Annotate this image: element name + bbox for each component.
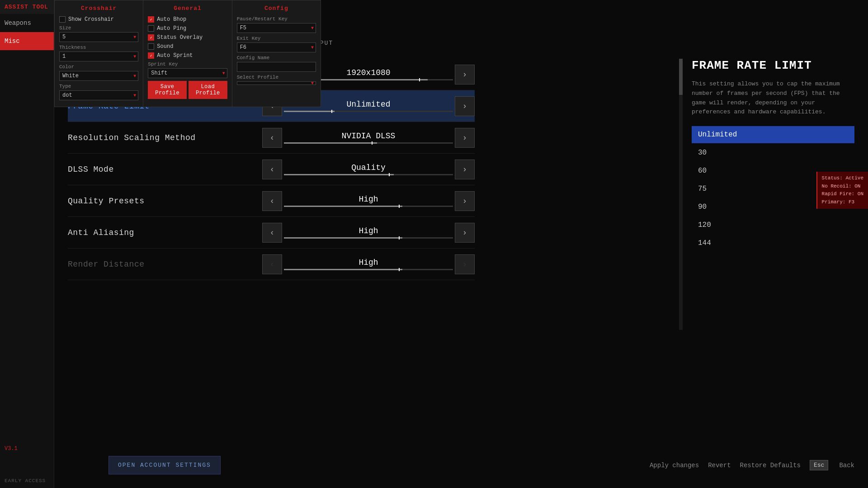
setting-name-5: Anti Aliasing: [68, 228, 262, 237]
color-dropdown[interactable]: White ▼: [59, 71, 138, 81]
status-line4: Primary: F3: [822, 198, 863, 206]
pause-restart-section: Pause/Restart Key F5 ▼: [237, 16, 316, 33]
nav-right-5[interactable]: ›: [455, 223, 475, 243]
status-overlay: Status: Active No Recoil: ON Rapid Fire:…: [816, 172, 868, 209]
auto-sprint-row[interactable]: Auto Sprint: [148, 52, 227, 59]
setting-row-5[interactable]: Anti Aliasing‹High›: [68, 217, 475, 249]
auto-ping-checkbox[interactable]: [148, 25, 154, 32]
nav-right-6[interactable]: ›: [455, 254, 475, 274]
thickness-dropdown-arrow: ▼: [133, 54, 136, 59]
nav-right-1[interactable]: ›: [455, 96, 475, 116]
nav-right-2[interactable]: ›: [455, 128, 475, 148]
nav-left-5[interactable]: ‹: [262, 223, 282, 243]
auto-sprint-checkbox[interactable]: [148, 52, 154, 59]
show-crosshair-label: Show Crosshair: [68, 16, 114, 23]
value-text-6: High: [284, 258, 453, 267]
exit-key-dropdown[interactable]: F6 ▼: [237, 42, 316, 52]
exit-key-label: Exit Key: [237, 36, 316, 41]
load-profile-button[interactable]: Load Profile: [189, 81, 227, 99]
nav-left-2[interactable]: ‹: [262, 128, 282, 148]
progress-bar-3: [284, 174, 453, 175]
pause-restart-label: Pause/Restart Key: [237, 16, 316, 22]
color-label: Color: [59, 64, 138, 70]
select-profile-label: Select Profile: [237, 75, 316, 80]
setting-name-3: DLSS Mode: [68, 165, 262, 174]
progress-bar-5: [284, 237, 453, 239]
sidebar: ASSIST TOOL Weapons Misc V3.1 EARLY ACCE…: [0, 0, 54, 488]
type-dropdown[interactable]: dot ▼: [59, 90, 138, 100]
value-text-4: High: [284, 195, 453, 204]
auto-ping-label: Auto Ping: [157, 25, 186, 32]
status-line2: No Recoil: ON: [822, 183, 863, 191]
value-bar-6: High: [284, 254, 453, 274]
esc-badge: Esc: [810, 460, 828, 470]
setting-row-2[interactable]: Resolution Scaling Method‹NVIDIA DLSS›: [68, 122, 475, 154]
color-dropdown-arrow: ▼: [133, 74, 136, 79]
overlay-panel: Crosshair Show Crosshair Size 5 ▼ Thickn…: [54, 0, 321, 107]
open-account-button[interactable]: OPEN ACCOUNT SETTINGS: [108, 456, 221, 474]
sidebar-item-misc[interactable]: Misc: [0, 32, 54, 50]
thickness-dropdown[interactable]: 1 ▼: [59, 52, 138, 61]
exit-key-arrow: ▼: [311, 45, 314, 50]
status-overlay-row[interactable]: Status Overlay: [148, 34, 227, 41]
value-bar-5: High: [284, 223, 453, 243]
scrollbar-track[interactable]: [679, 59, 683, 330]
option-item-5[interactable]: 120: [692, 216, 854, 234]
config-title: Config: [237, 5, 316, 12]
option-item-1[interactable]: 30: [692, 144, 854, 161]
config-panel: Config Pause/Restart Key F5 ▼ Exit Key F…: [232, 0, 321, 107]
size-dropdown[interactable]: 5 ▼: [59, 32, 138, 42]
progress-bar-1: [284, 111, 453, 112]
setting-name-6: Render Distance: [68, 260, 262, 269]
sound-row[interactable]: Sound: [148, 43, 227, 50]
show-crosshair-row[interactable]: Show Crosshair: [59, 16, 138, 23]
size-label: Size: [59, 25, 138, 31]
sprint-key-dropdown[interactable]: Shift ▼: [148, 68, 227, 78]
value-text-3: Quality: [284, 163, 453, 172]
setting-row-3[interactable]: DLSS Mode‹Quality›: [68, 154, 475, 185]
exit-key-section: Exit Key F6 ▼: [237, 36, 316, 52]
auto-bhop-row[interactable]: Auto Bhop: [148, 16, 227, 23]
type-dropdown-arrow: ▼: [133, 93, 136, 98]
progress-bar-2: [284, 142, 453, 144]
setting-row-4[interactable]: Quality Presets‹High›: [68, 185, 475, 217]
nav-left-3[interactable]: ‹: [262, 160, 282, 179]
nav-left-4[interactable]: ‹: [262, 191, 282, 211]
pause-restart-dropdown[interactable]: F5 ▼: [237, 23, 316, 33]
option-item-6[interactable]: 144: [692, 235, 854, 252]
select-profile-dropdown[interactable]: ▼: [237, 81, 316, 85]
value-bar-4: High: [284, 191, 453, 211]
restore-defaults-button[interactable]: Restore Defaults: [740, 462, 801, 469]
sound-checkbox[interactable]: [148, 43, 154, 50]
value-text-2: NVIDIA DLSS: [284, 131, 453, 141]
value-text-5: High: [284, 226, 453, 235]
apply-changes-button[interactable]: Apply changes: [650, 462, 699, 469]
info-title: FRAME RATE LIMIT: [692, 59, 854, 72]
type-label: Type: [59, 84, 138, 89]
size-dropdown-arrow: ▼: [133, 35, 136, 40]
nav-right-4[interactable]: ›: [455, 191, 475, 211]
status-overlay-checkbox[interactable]: [148, 34, 154, 41]
sidebar-item-weapons[interactable]: Weapons: [0, 14, 54, 32]
scrollbar-thumb[interactable]: [679, 59, 683, 95]
value-bar-2: NVIDIA DLSS: [284, 128, 453, 148]
setting-row-6[interactable]: Render Distance‹High›: [68, 249, 475, 280]
back-button[interactable]: Back: [839, 462, 854, 469]
save-profile-button[interactable]: Save Profile: [148, 81, 187, 99]
revert-button[interactable]: Revert: [708, 462, 731, 469]
auto-ping-row[interactable]: Auto Ping: [148, 25, 227, 32]
nav-right-0[interactable]: ›: [455, 65, 475, 84]
auto-bhop-checkbox[interactable]: [148, 16, 154, 23]
sprint-key-dropdown-arrow: ▼: [222, 71, 225, 76]
show-crosshair-checkbox[interactable]: [59, 16, 66, 23]
config-name-input[interactable]: [237, 62, 316, 72]
general-title: General: [148, 5, 227, 12]
nav-left-6[interactable]: ‹: [262, 254, 282, 274]
option-item-0[interactable]: Unlimited: [692, 126, 854, 143]
value-bar-3: Quality: [284, 160, 453, 179]
nav-right-3[interactable]: ›: [455, 160, 475, 179]
bottom-bar: OPEN ACCOUNT SETTINGS Apply changes Reve…: [108, 456, 854, 474]
setting-name-2: Resolution Scaling Method: [68, 133, 262, 142]
crosshair-title: Crosshair: [59, 5, 138, 12]
status-overlay-label: Status Overlay: [157, 34, 203, 41]
